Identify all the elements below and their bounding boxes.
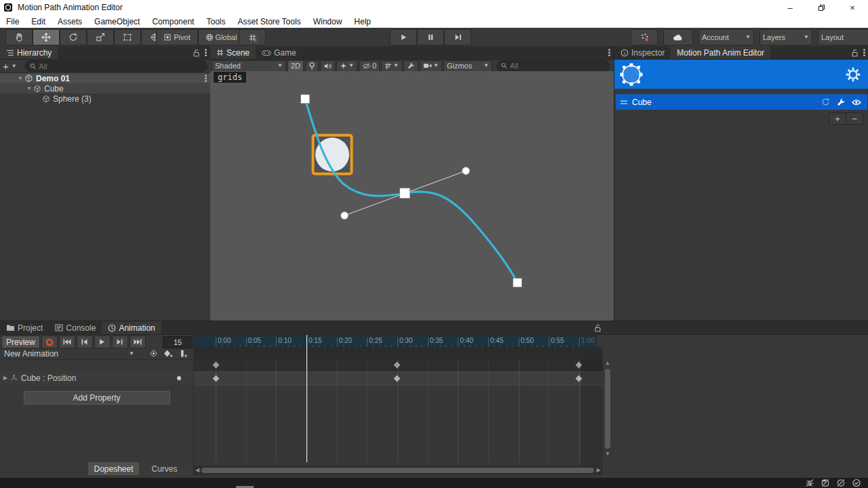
tab-animation[interactable]: Animation [102,321,161,334]
restore-button[interactable] [806,0,837,15]
hierarchy-row-cube[interactable]: ▼ Cube [0,83,210,94]
scene-search[interactable] [496,60,610,72]
hierarchy-menu-button[interactable] [201,46,210,59]
goto-last-frame-button[interactable] [130,336,146,348]
lock-icon[interactable] [850,46,859,59]
tab-console[interactable]: Console [49,321,102,334]
tab-motion-path-anim-editor[interactable]: Motion Path Anim Editor [671,46,770,59]
shading-dropdown[interactable]: Shaded▼ [212,60,286,72]
pivot-toggle[interactable]: Pivot [156,29,198,45]
gear-icon[interactable] [843,64,863,85]
collab-off-icon[interactable] [836,479,846,487]
tab-hierarchy[interactable]: Hierarchy [0,46,58,59]
gizmos-dropdown[interactable]: Gizmos▼ [443,60,492,72]
add-item-button[interactable]: + [829,113,846,125]
add-event-button[interactable] [176,348,191,359]
timeline-ruler[interactable]: 0:000:050:100:150:200:250:300:350:400:45… [193,335,597,347]
rotate-tool-button[interactable] [60,29,87,45]
cache-server-off-icon[interactable] [821,479,830,487]
dopesheet-area[interactable] [193,359,603,466]
add-keyframe-button[interactable] [161,348,176,359]
loop-icon[interactable] [821,97,831,107]
menu-window[interactable]: Window [307,15,349,28]
scene-search-input[interactable] [510,62,605,70]
scale-tool-button[interactable] [87,29,114,45]
tab-game[interactable]: Game [256,46,302,59]
tab-scene[interactable]: Scene [210,46,256,59]
remove-item-button[interactable]: − [846,113,863,125]
add-object-button[interactable]: + [3,61,9,71]
lock-icon[interactable] [191,46,201,59]
clip-dropdown[interactable]: New Animation▼ [0,348,138,359]
eye-icon[interactable] [851,98,862,106]
scene-viewport[interactable]: grids [210,71,614,321]
scene-audio-toggle[interactable] [320,60,335,72]
tab-project[interactable]: Project [0,321,49,334]
move-tool-button[interactable] [33,29,60,45]
cloud-button[interactable] [663,29,693,45]
preview-toggle[interactable]: Preview [1,336,40,348]
add-property-button[interactable]: Add Property [24,391,170,405]
record-button[interactable] [41,336,58,348]
scene-camera-dropdown[interactable]: ▼ [420,60,442,72]
tab-curves[interactable]: Curves [139,462,190,475]
layout-dropdown[interactable]: Layout▼ [818,29,868,45]
hand-tool-button[interactable] [5,29,33,45]
path-anchor-point[interactable] [301,95,310,104]
2d-toggle[interactable]: 2D [288,60,304,72]
scene-tools-button[interactable] [403,60,418,72]
menu-assets[interactable]: Assets [52,15,88,28]
menu-file[interactable]: File [0,15,25,28]
hierarchy-row-sphere[interactable]: ▼ Sphere (3) [0,94,210,104]
autokey-button[interactable] [146,348,161,359]
hierarchy-row-demo01[interactable]: ▼ Demo 01 [0,73,210,83]
cube-list-item[interactable]: Cube [616,94,867,110]
close-button[interactable]: × [837,0,868,15]
hierarchy-search[interactable] [25,60,208,72]
add-object-caret[interactable]: ▼ [12,64,17,69]
v-scroll-thumb[interactable] [605,369,610,449]
frame-field[interactable] [163,336,193,348]
h-scroll-thumb[interactable] [201,468,594,473]
menu-tools[interactable]: Tools [200,15,231,28]
next-frame-button[interactable] [112,336,128,348]
debugger-off-icon[interactable] [805,479,814,487]
menu-asset-store-tools[interactable]: Asset Store Tools [231,15,307,28]
scene-row-menu-button[interactable] [201,73,210,83]
inspector-menu-button[interactable] [859,46,868,59]
minimize-button[interactable]: – [774,0,806,15]
menu-component[interactable]: Component [146,15,200,28]
tab-inspector[interactable]: Inspector [614,46,671,59]
menu-help[interactable]: Help [348,15,377,28]
horizontal-scrollbar[interactable]: ◀ ▶ [193,466,603,475]
hierarchy-search-input[interactable] [39,62,203,70]
property-row-cube-position[interactable]: ▶ Cube : Position [0,371,193,384]
menu-gameobject[interactable]: GameObject [88,15,146,28]
scene-menu-button[interactable] [604,46,614,59]
tab-dopesheet[interactable]: Dopesheet [88,462,139,475]
scene-effects-dropdown[interactable]: ▼ [336,60,357,72]
layers-dropdown[interactable]: Layers▼ [760,29,812,45]
scene-grid-dropdown[interactable]: ▼ [381,60,402,72]
anim-play-button[interactable] [94,336,111,348]
menu-edit[interactable]: Edit [25,15,52,28]
tangent-handle[interactable] [341,212,349,220]
tangent-handle[interactable] [462,167,470,175]
grid-snap-button[interactable] [239,29,266,45]
step-button[interactable] [444,29,471,45]
drag-handle-icon[interactable] [620,100,628,105]
rect-tool-button[interactable] [114,29,141,45]
value-dot-icon[interactable] [177,376,181,380]
play-button[interactable] [390,29,417,45]
prev-frame-button[interactable] [77,336,93,348]
vertical-scrollbar[interactable]: ▲ ▼ [603,359,612,466]
playhead[interactable] [307,335,307,462]
lock-icon[interactable] [593,321,602,334]
scene-light-toggle[interactable] [305,60,319,72]
path-anchor-point[interactable] [400,188,410,199]
path-anchor-point[interactable] [513,279,522,287]
account-dropdown[interactable]: Account▼ [698,29,754,45]
pause-button[interactable] [417,29,444,45]
scene-visibility-toggle[interactable]: 0 [359,60,380,72]
goto-first-frame-button[interactable] [59,336,75,348]
